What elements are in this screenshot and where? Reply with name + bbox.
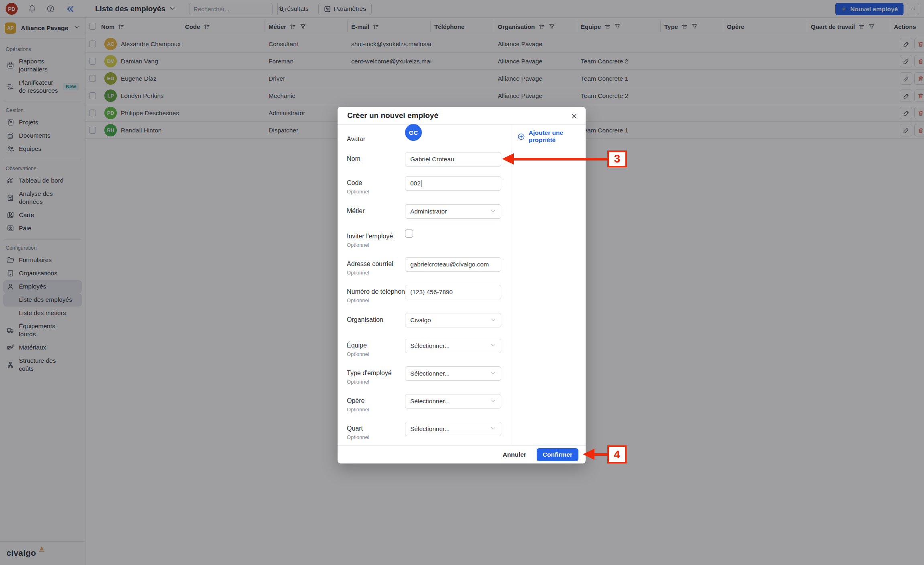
select-value: Sélectionner...	[410, 398, 450, 405]
chevron-down-icon	[490, 370, 496, 378]
optional-label: Optionnel	[347, 406, 369, 413]
quart-select[interactable]: Sélectionner...	[405, 422, 501, 436]
field-label: Adresse courriel	[347, 260, 393, 268]
field-row-quart: QuartOptionnelSélectionner...	[347, 422, 511, 446]
add-property-label: Ajouter une propriété	[529, 129, 586, 144]
field-label: Opère	[347, 397, 364, 404]
code-input[interactable]: 002	[405, 176, 501, 191]
field-label: Numéro de téléphone	[347, 288, 409, 295]
optional-label: Optionnel	[347, 434, 369, 440]
annotation-box-3: 3	[607, 150, 627, 167]
chevron-down-icon	[490, 317, 496, 324]
optional-label: Optionnel	[347, 297, 369, 303]
numéro-de-téléphone-input[interactable]: (123) 456-7890	[405, 285, 501, 299]
optional-label: Optionnel	[347, 189, 369, 195]
annotation-arrowhead-3	[502, 153, 514, 165]
chevron-down-icon	[490, 425, 496, 433]
close-icon[interactable]	[569, 111, 579, 121]
cancel-button[interactable]: Annuler	[503, 451, 526, 458]
field-row-nom: NomGabriel Croteau	[347, 152, 511, 176]
nom-input[interactable]: Gabriel Croteau	[405, 152, 501, 167]
annotation-number-4: 4	[614, 448, 620, 461]
métier-select[interactable]: Administrator	[405, 204, 501, 219]
adresse-courriel-input[interactable]: gabrielcroteau@civalgo.com	[405, 257, 501, 272]
input-value: 002	[410, 180, 421, 187]
field-row-opère: OpèreOptionnelSélectionner...	[347, 394, 511, 418]
inviter-l-employé-checkbox[interactable]	[405, 230, 413, 238]
modal-title: Créer un nouvel employé	[347, 111, 438, 120]
select-value: Civalgo	[410, 317, 431, 324]
field-label: Avatar	[347, 136, 365, 143]
field-label: Quart	[347, 425, 363, 432]
select-value: Sélectionner...	[410, 425, 450, 433]
field-row-code: CodeOptionnel002	[347, 176, 511, 200]
field-label: Code	[347, 179, 362, 187]
field-row-métier: MétierAdministrator	[347, 204, 511, 228]
annotation-box-4: 4	[607, 445, 627, 463]
field-label: Inviter l'employé	[347, 233, 393, 240]
modal-form: AvatarGCNomGabriel CroteauCodeOptionnel0…	[338, 125, 511, 445]
optional-label: Optionnel	[347, 351, 369, 357]
field-label: Métier	[347, 207, 364, 215]
select-value: Sélectionner...	[410, 342, 450, 350]
chevron-down-icon	[490, 208, 496, 215]
optional-label: Optionnel	[347, 242, 369, 248]
opère-select[interactable]: Sélectionner...	[405, 394, 501, 409]
input-value: gabrielcroteau@civalgo.com	[410, 261, 489, 268]
field-row-équipe: ÉquipeOptionnelSélectionner...	[347, 339, 511, 363]
modal-column-divider	[511, 125, 511, 445]
chevron-down-icon	[490, 342, 496, 350]
optional-label: Optionnel	[347, 270, 369, 276]
new-employee-avatar: GC	[405, 124, 422, 141]
confirm-button[interactable]: Confirmer	[537, 448, 578, 461]
input-value: (123) 456-7890	[410, 289, 453, 296]
optional-label: Optionnel	[347, 379, 369, 385]
annotation-number-3: 3	[614, 152, 621, 165]
field-label: Type d'employé	[347, 370, 392, 377]
annotation-arrow-3	[514, 158, 607, 161]
select-value: Sélectionner...	[410, 370, 450, 377]
field-label: Équipe	[347, 342, 367, 349]
app-root: PD Liste des employés	[0, 0, 924, 565]
input-value: Gabriel Croteau	[410, 156, 454, 163]
field-label: Organisation	[347, 316, 383, 323]
chevron-down-icon	[490, 398, 496, 405]
field-row-type-d-employé: Type d'employéOptionnelSélectionner...	[347, 366, 511, 390]
text-cursor	[421, 180, 422, 187]
type-d-employé-select[interactable]: Sélectionner...	[405, 366, 501, 381]
annotation-arrowhead-4	[583, 449, 594, 460]
modal-footer: Annuler Confirmer	[338, 445, 586, 463]
équipe-select[interactable]: Sélectionner...	[405, 339, 501, 353]
field-row-numéro-de-téléphone: Numéro de téléphoneOptionnel(123) 456-78…	[347, 285, 511, 309]
field-row-adresse-courriel: Adresse courrielOptionnelgabrielcroteau@…	[347, 257, 511, 281]
circle-plus-icon	[517, 133, 525, 140]
select-value: Administrator	[410, 208, 447, 215]
field-row-inviter-l-employé: Inviter l'employéOptionnel	[347, 230, 511, 254]
field-row-organisation: OrganisationCivalgo	[347, 313, 511, 337]
modal-header: Créer un nouvel employé	[338, 107, 586, 125]
field-label: Nom	[347, 155, 360, 163]
organisation-select[interactable]: Civalgo	[405, 313, 501, 327]
add-property-link[interactable]: Ajouter une propriété	[517, 129, 586, 144]
annotation-arrow-4	[594, 453, 607, 456]
